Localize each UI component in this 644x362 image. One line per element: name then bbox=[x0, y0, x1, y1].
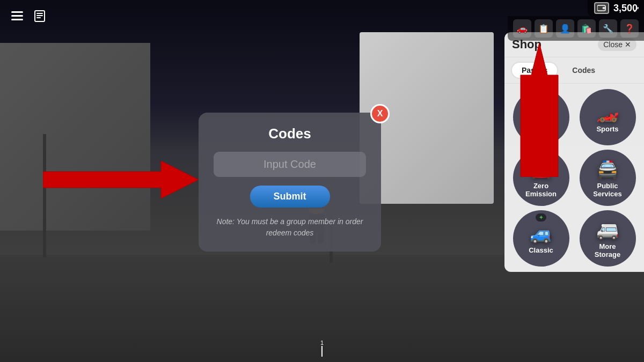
more-storage-label: MoreStorage bbox=[595, 242, 620, 258]
shop-item-sports[interactable]: 🏎️ Sports bbox=[580, 89, 636, 145]
shop-item-luxury[interactable]: $$$ 🚗 Luxury bbox=[513, 89, 569, 145]
shop-item-classic[interactable]: ✦ 🚙 Classic bbox=[513, 210, 569, 267]
bag-icon[interactable]: 🛍️ bbox=[577, 19, 596, 38]
svg-rect-2 bbox=[11, 19, 23, 20]
svg-rect-6 bbox=[36, 17, 41, 18]
shop-close-label: Close bbox=[603, 40, 623, 49]
zero-emission-car-icon: 🚘 bbox=[530, 158, 552, 180]
code-input[interactable] bbox=[214, 152, 366, 177]
classic-label: Classic bbox=[529, 246, 553, 254]
bottom-indicator: 1 bbox=[320, 339, 324, 357]
wrench-icon[interactable]: 🔧 bbox=[599, 19, 617, 38]
svg-rect-4 bbox=[36, 13, 43, 14]
shop-tabs: Passes Codes bbox=[504, 57, 644, 84]
tab-codes[interactable]: Codes bbox=[562, 62, 605, 79]
pole-left bbox=[43, 134, 46, 257]
tab-passes[interactable]: Passes bbox=[511, 62, 558, 79]
classic-star-tag: ✦ bbox=[536, 213, 546, 221]
svg-rect-1 bbox=[11, 15, 23, 17]
shop-close-x: ✕ bbox=[625, 40, 631, 49]
person-icon[interactable]: 👤 bbox=[556, 19, 574, 38]
document-icon[interactable] bbox=[31, 8, 48, 25]
wallet-icon bbox=[594, 2, 609, 14]
clipboard-icon[interactable]: 📋 bbox=[535, 19, 553, 38]
codes-modal: X Codes Submit Note: You must be a group… bbox=[199, 113, 381, 252]
top-right-hud: 3,500 🚗 📋 👤 🛍️ 🔧 ❓ bbox=[508, 0, 644, 41]
codes-note: Note: You must be a group member in orde… bbox=[214, 216, 366, 239]
storage-car-icon: 🚐 bbox=[596, 219, 619, 240]
menu-icon[interactable] bbox=[9, 8, 26, 25]
indicator-bar bbox=[321, 346, 323, 357]
shop-panel: Shop Close ✕ Passes Codes $$$ 🚗 Luxury 🏎… bbox=[504, 32, 644, 272]
action-icons-bar: 🚗 📋 👤 🛍️ 🔧 ❓ bbox=[508, 16, 644, 41]
shop-item-more-storage[interactable]: 🚐 MoreStorage bbox=[580, 210, 636, 267]
shop-item-zero-emission[interactable]: 🚘 ZeroEmission bbox=[513, 150, 569, 206]
indicator-text: 1 bbox=[320, 339, 324, 346]
classic-car-icon: 🚙 bbox=[530, 223, 552, 244]
public-services-label: PublicServices bbox=[593, 182, 622, 198]
expand-icon[interactable]: ⤢ bbox=[633, 4, 640, 14]
svg-rect-0 bbox=[11, 11, 23, 13]
shop-item-public-services[interactable]: 🚔 PublicServices bbox=[580, 150, 636, 206]
svg-rect-5 bbox=[36, 15, 43, 16]
submit-button[interactable]: Submit bbox=[250, 186, 330, 208]
codes-title: Codes bbox=[214, 125, 366, 142]
svg-point-9 bbox=[603, 8, 604, 9]
modal-close-button[interactable]: X bbox=[370, 104, 390, 123]
zero-emission-label: ZeroEmission bbox=[525, 182, 557, 198]
sports-car-icon: 🏎️ bbox=[596, 101, 619, 123]
shop-grid: $$$ 🚗 Luxury 🏎️ Sports 🚘 ZeroEmission 🚔 … bbox=[504, 84, 644, 272]
car-icon[interactable]: 🚗 bbox=[513, 19, 531, 38]
public-services-car-icon: 🚔 bbox=[596, 158, 619, 180]
help-icon[interactable]: ❓ bbox=[620, 19, 639, 38]
luxury-label: Luxury bbox=[529, 125, 552, 133]
building-left bbox=[0, 43, 150, 231]
luxury-car-icon: 🚗 bbox=[530, 101, 552, 123]
luxury-money-tag: $$$ bbox=[533, 92, 549, 100]
sports-label: Sports bbox=[596, 125, 618, 133]
